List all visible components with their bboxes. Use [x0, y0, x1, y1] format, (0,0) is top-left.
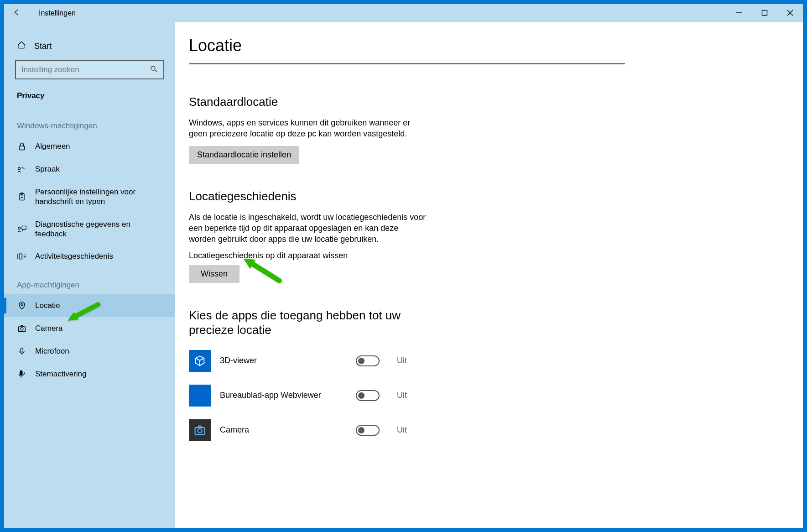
history-icon — [17, 251, 27, 261]
sidebar-item-location[interactable]: Locatie — [4, 294, 175, 317]
mic-icon — [17, 346, 27, 356]
app-icon-3d — [189, 350, 211, 372]
app-toggle[interactable] — [356, 355, 380, 366]
home-icon — [17, 41, 26, 52]
svg-line-5 — [155, 70, 157, 72]
sidebar-item-label: Spraak — [35, 164, 162, 174]
clear-history-button[interactable]: Wissen — [189, 265, 239, 283]
sidebar-item-voice-activation[interactable]: Stemactivering — [4, 363, 175, 386]
sidebar-item-label: Algemeen — [35, 141, 162, 151]
speech-icon — [17, 164, 27, 174]
svg-point-4 — [151, 66, 155, 70]
clipboard-icon — [17, 192, 27, 202]
section-history-desc: Als de locatie is ingeschakeld, wordt uw… — [189, 212, 426, 245]
voice-icon — [17, 369, 27, 379]
titlebar: Instellingen — [4, 4, 803, 22]
set-default-location-button[interactable]: Standaardlocatie instellen — [189, 146, 299, 164]
svg-rect-1 — [762, 10, 767, 15]
group-app-perms: App-machtigingen — [4, 268, 175, 294]
svg-point-12 — [18, 227, 21, 229]
app-name: Bureaublad-app Webviewer — [220, 391, 343, 400]
settings-window: Instellingen Start — [4, 4, 803, 528]
maximize-button[interactable] — [752, 10, 777, 17]
section-default-location-title: Standaardlocatie — [189, 95, 753, 109]
svg-rect-6 — [19, 146, 25, 150]
app-name: Camera — [220, 425, 343, 435]
location-icon — [17, 301, 27, 311]
group-windows-perms: Windows-machtigingen — [4, 109, 175, 135]
app-name: 3D-viewer — [220, 356, 343, 365]
app-row-3d-viewer: 3D-viewer Uit — [189, 350, 753, 372]
svg-point-20 — [21, 303, 23, 305]
sidebar-item-diagnostics[interactable]: Diagnostische gegevens en feedback — [4, 213, 175, 245]
sidebar-item-speech[interactable]: Spraak — [4, 158, 175, 181]
app-icon-camera — [189, 419, 211, 441]
feedback-icon — [17, 224, 27, 234]
app-row-camera: Camera Uit — [189, 419, 753, 441]
svg-point-26 — [198, 428, 202, 433]
app-toggle-state: Uit — [397, 391, 407, 400]
close-button[interactable] — [777, 10, 803, 17]
svg-rect-23 — [21, 348, 23, 352]
app-row-webviewer: Bureaublad-app Webviewer Uit — [189, 385, 753, 407]
sidebar-item-home[interactable]: Start — [4, 36, 175, 57]
sidebar-item-label: Camera — [35, 323, 162, 333]
content-area[interactable]: Locatie Standaardlocatie Windows, apps e… — [175, 22, 803, 528]
sidebar-item-microphone[interactable]: Microfoon — [4, 340, 175, 363]
app-icon-webviewer — [189, 385, 211, 407]
page-title: Locatie — [189, 36, 753, 55]
window-title: Instellingen — [39, 9, 76, 17]
svg-rect-13 — [22, 226, 26, 229]
sidebar-item-label: Stemactivering — [35, 369, 162, 379]
app-toggle-state: Uit — [397, 425, 407, 435]
sidebar-item-activity[interactable]: Activiteitsgeschiedenis — [4, 245, 175, 268]
sidebar-item-inking[interactable]: Persoonlijke instellingen voor handschri… — [4, 181, 175, 213]
sidebar-item-general[interactable]: Algemeen — [4, 135, 175, 158]
home-label: Start — [34, 42, 52, 51]
app-toggle[interactable] — [356, 390, 380, 401]
clear-history-label: Locatiegeschiedenis op dit apparaat wiss… — [189, 251, 753, 261]
app-toggle[interactable] — [356, 425, 380, 436]
search-icon — [150, 65, 158, 75]
lock-icon — [17, 141, 27, 151]
category-label: Privacy — [4, 89, 175, 109]
apps-section-title: Kies de apps die toegang hebben tot uw p… — [189, 308, 435, 337]
section-history-title: Locatiegeschiedenis — [189, 189, 753, 203]
sidebar: Start Privacy Windows-machtigingen Algem… — [4, 22, 175, 528]
camera-icon — [17, 323, 27, 334]
search-wrap — [4, 57, 175, 89]
truncated-line — [189, 58, 753, 68]
sidebar-item-label: Locatie — [35, 301, 162, 310]
sidebar-item-label: Activiteitsgeschiedenis — [35, 251, 162, 261]
sidebar-item-label: Diagnostische gegevens en feedback — [35, 219, 162, 239]
svg-point-7 — [18, 167, 21, 170]
sidebar-item-label: Microfoon — [35, 346, 162, 356]
minimize-button[interactable] — [726, 10, 752, 17]
svg-point-22 — [21, 328, 23, 330]
svg-rect-15 — [19, 254, 22, 259]
svg-rect-24 — [20, 371, 22, 375]
app-toggle-state: Uit — [397, 356, 407, 365]
sidebar-item-label: Persoonlijke instellingen voor handschri… — [35, 187, 162, 207]
section-default-location-desc: Windows, apps en services kunnen dit geb… — [189, 117, 426, 140]
sidebar-item-camera[interactable]: Camera — [4, 317, 175, 340]
search-input[interactable] — [15, 60, 164, 79]
back-button[interactable] — [4, 8, 30, 19]
